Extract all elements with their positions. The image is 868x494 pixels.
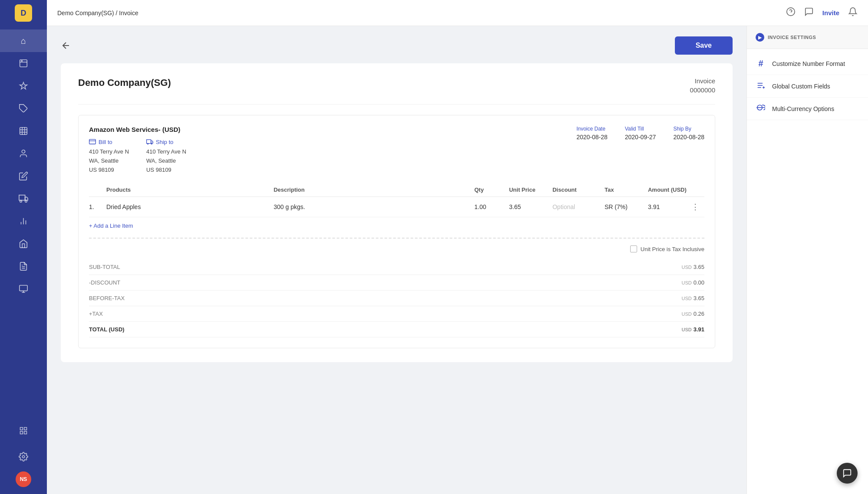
sidebar-item-home[interactable]: ⌂ [0, 29, 47, 52]
discount-row: -DISCOUNT USD0.00 [89, 275, 704, 291]
panel-toggle[interactable]: ▶ [756, 33, 764, 42]
number-format-label: Customize Number Format [772, 60, 845, 67]
svg-point-4 [22, 150, 25, 153]
invite-button[interactable]: Invite [822, 9, 839, 16]
invoice-area: Save Demo Company(SG) Invoice 0000000 [47, 26, 746, 494]
content-area: Save Demo Company(SG) Invoice 0000000 [47, 26, 868, 494]
ship-by-label: Ship By [673, 126, 704, 132]
svg-point-26 [151, 144, 152, 144]
svg-rect-17 [24, 428, 27, 430]
sidebar: D ⌂ [0, 0, 47, 494]
multi-currency-label: Multi-Currency Options [772, 105, 834, 112]
svg-rect-23 [89, 139, 96, 144]
bill-to-block: Bill to 410 Terry Ave N WA, Seattle US 9… [89, 138, 129, 174]
col-discount: Discount [552, 186, 605, 193]
row-index: 1. [89, 203, 106, 210]
notification-icon[interactable] [848, 7, 858, 19]
row-qty: 1.00 [474, 203, 509, 210]
bill-icon [89, 138, 96, 146]
panel-item-number-format[interactable]: # Customize Number Format [747, 52, 868, 75]
tax-row: +TAX USD0.26 [89, 306, 704, 322]
col-qty: Qty [474, 186, 509, 193]
svg-point-25 [148, 144, 148, 144]
svg-rect-18 [20, 432, 23, 434]
invoice-header: Demo Company(SG) Invoice 0000000 [78, 77, 715, 105]
currency-icon [756, 104, 766, 114]
col-unit-price: Unit Price [509, 186, 552, 193]
row-amount: 3.91 [648, 203, 691, 210]
ship-by-field: Ship By 2020-08-28 [673, 126, 704, 174]
svg-point-20 [22, 455, 25, 458]
sidebar-nav: ⌂ [0, 26, 47, 419]
invoice-card: Demo Company(SG) Invoice 0000000 Amazon … [61, 63, 733, 362]
panel-items: # Customize Number Format Global Custom … [747, 49, 868, 124]
custom-fields-label: Global Custom Fields [772, 83, 830, 90]
invoice-label: Invoice 0000000 [690, 77, 715, 94]
sidebar-item-delivery[interactable] [0, 187, 47, 210]
company-name: Demo Company(SG) [78, 77, 171, 88]
svg-point-7 [25, 200, 27, 203]
vendor-section: Amazon Web Services- (USD) Bill to [89, 126, 704, 174]
invoice-label-text: Invoice [690, 77, 715, 85]
svg-rect-3 [20, 128, 27, 135]
svg-point-6 [20, 200, 22, 203]
logo-box: D [15, 4, 32, 22]
row-menu[interactable]: ⋮ [691, 202, 704, 212]
table-header: Products Description Qty Unit Price Disc… [89, 183, 704, 197]
chat-fab[interactable] [837, 463, 858, 484]
col-products: Products [106, 186, 273, 193]
bill-to-label: Bill to [89, 138, 129, 146]
hash-icon: # [756, 59, 766, 69]
sidebar-item-edit[interactable] [0, 165, 47, 187]
panel-item-custom-fields[interactable]: Global Custom Fields [747, 75, 868, 98]
back-button[interactable] [61, 40, 71, 51]
sidebar-item-contact[interactable] [0, 142, 47, 165]
right-panel: ▶ INVOICE SETTINGS # Customize Number Fo… [746, 26, 868, 494]
svg-rect-19 [24, 432, 27, 434]
invoice-date-label: Invoice Date [576, 126, 608, 132]
svg-rect-13 [20, 285, 27, 291]
sidebar-item-tag[interactable] [0, 97, 47, 120]
add-line-item[interactable]: + Add a Line Item [89, 217, 704, 234]
invoice-date-field: Invoice Date 2020-08-28 [576, 126, 608, 174]
svg-point-1 [21, 61, 22, 62]
sidebar-item-upload[interactable] [0, 52, 47, 75]
sidebar-item-table[interactable] [0, 120, 47, 142]
totals-section: Unit Price is Tax Inclusive SUB-TOTAL US… [89, 245, 704, 337]
panel-header: ▶ INVOICE SETTINGS [747, 26, 868, 49]
valid-till-field: Valid Till 2020-09-27 [625, 126, 656, 174]
ship-to-label: Ship to [146, 138, 186, 146]
table-row: 1. Dried Apples 300 g pkgs. 1.00 3.65 Op… [89, 197, 704, 217]
sidebar-item-bank[interactable] [0, 232, 47, 255]
vendor-left: Amazon Web Services- (USD) Bill to [89, 126, 576, 174]
address-blocks: Bill to 410 Terry Ave N WA, Seattle US 9… [89, 138, 576, 174]
sidebar-item-monitor[interactable] [0, 278, 47, 300]
sidebar-logo: D [0, 0, 47, 26]
col-action [691, 186, 704, 193]
sidebar-bottom: NS [16, 419, 31, 494]
total-row: TOTAL (USD) USD3.91 [89, 322, 704, 337]
user-avatar[interactable]: NS [16, 471, 31, 487]
valid-till-value: 2020-09-27 [625, 134, 656, 141]
chat-icon[interactable] [804, 7, 814, 19]
row-product: Dried Apples [106, 203, 273, 210]
tax-inclusive-checkbox[interactable] [630, 245, 637, 252]
sidebar-item-star[interactable] [0, 75, 47, 97]
topnav: Demo Company(SG) / Invoice Invite [47, 0, 868, 26]
ship-to-block: Ship to 410 Terry Ave N WA, Seattle US 9… [146, 138, 186, 174]
sidebar-item-grid[interactable] [16, 419, 31, 442]
panel-item-multi-currency[interactable]: Multi-Currency Options [747, 98, 868, 120]
row-discount[interactable]: Optional [552, 203, 605, 210]
divider [89, 238, 704, 239]
custom-fields-icon [756, 81, 766, 91]
line-items-table: Products Description Qty Unit Price Disc… [89, 183, 704, 337]
sidebar-item-chart[interactable] [0, 210, 47, 232]
invoice-number: 0000000 [690, 86, 715, 94]
help-icon[interactable] [786, 7, 796, 19]
sidebar-item-report[interactable] [0, 255, 47, 278]
action-bar: Save [61, 36, 733, 55]
sidebar-item-settings[interactable] [16, 445, 31, 468]
bill-address: 410 Terry Ave N WA, Seattle US 98109 [89, 147, 129, 174]
save-button[interactable]: Save [675, 36, 733, 55]
breadcrumb: Demo Company(SG) / Invoice [57, 10, 138, 16]
